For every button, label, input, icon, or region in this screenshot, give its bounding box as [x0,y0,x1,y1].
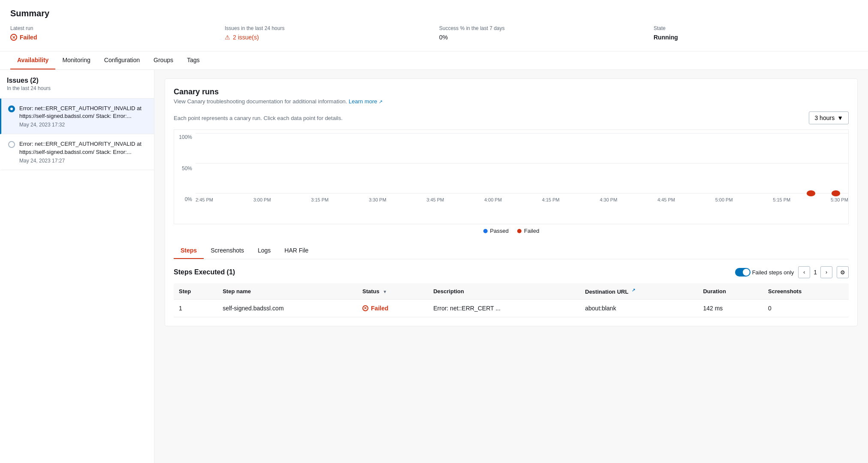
failed-icon: ✕ [10,34,17,41]
state-value: Running [654,34,858,41]
cell-step: 1 [174,300,217,317]
failed-text: Failed [20,34,37,41]
summary-grid: Latest run ✕ Failed Issues in the last 2… [10,25,858,44]
cell-description: Error: net::ERR_CERT ... [428,300,580,317]
x-label-11: 5:30 PM [831,197,848,202]
issue-item-2[interactable]: Error: net::ERR_CERT_AUTHORITY_INVALID a… [0,134,154,170]
legend-passed: Passed [483,228,509,234]
time-selector-button[interactable]: 3 hours ▼ [809,111,849,124]
passed-dot [483,229,488,233]
steps-tabs: Steps Screenshots Logs HAR File [174,243,849,259]
cell-destination-url: about:blank [580,300,698,317]
summary-issues: Issues in the last 24 hours ⚠ 2 issue(s) [214,25,429,44]
x-label-1: 3:00 PM [253,197,271,202]
main-layout: Issues (2) In the last 24 hours Error: n… [0,70,868,463]
status-text: Failed [371,305,388,312]
legend-failed-label: Failed [524,228,539,234]
legend-passed-label: Passed [490,228,509,234]
issue-item-1[interactable]: Error: net::ERR_CERT_AUTHORITY_INVALID a… [0,99,154,134]
chart-controls: Each point represents a canary run. Clic… [174,111,849,124]
external-link-icon: ↗ [379,99,383,104]
learn-more-link[interactable]: Learn more [349,98,377,105]
tab-tags[interactable]: Tags [180,51,207,69]
x-label-3: 3:30 PM [369,197,386,202]
col-status: Status ▼ [357,283,428,300]
y-label-50: 50% [182,165,192,171]
data-point-failed-2[interactable] [832,190,840,196]
col-destination-url: Destination URL ↗ [580,283,698,300]
x-label-4: 3:45 PM [427,197,444,202]
sidebar-title: Issues (2) [7,77,147,84]
tab-monitoring[interactable]: Monitoring [55,51,97,69]
x-label-2: 3:15 PM [311,197,329,202]
destination-url-ext-icon: ↗ [632,288,635,292]
sidebar-subtitle: In the last 24 hours [7,85,147,91]
success-label: Success % in the last 7 days [439,25,643,31]
steps-table: Step Step name Status ▼ Description Dest… [174,283,849,317]
chart-legend: Passed Failed [174,228,849,234]
y-label-100: 100% [179,134,192,140]
steps-tab-har[interactable]: HAR File [277,243,315,259]
sidebar: Issues (2) In the last 24 hours Error: n… [0,70,154,463]
status-failed-icon: ✕ [362,305,368,311]
issue-text-2: Error: net::ERR_CERT_AUTHORITY_INVALID a… [19,140,147,163]
steps-tab-steps[interactable]: Steps [174,243,204,259]
steps-tab-screenshots[interactable]: Screenshots [204,243,251,259]
failed-steps-toggle[interactable]: Failed steps only [735,268,794,277]
settings-button[interactable]: ⚙ [837,266,849,278]
next-page-button[interactable]: › [820,266,832,278]
x-label-0: 2:45 PM [196,197,213,202]
col-screenshots: Screenshots [763,283,849,300]
steps-title: Steps Executed (1) [174,268,235,276]
tab-configuration[interactable]: Configuration [97,51,147,69]
x-label-7: 4:30 PM [600,197,617,202]
chart-container: 100% 50% 0% [174,129,849,224]
col-step: Step [174,283,217,300]
latest-run-value: ✕ Failed [10,34,214,41]
radio-empty [8,141,15,148]
toggle-switch[interactable] [735,268,750,277]
x-label-9: 5:00 PM [715,197,733,202]
summary-latest-run: Latest run ✕ Failed [10,25,214,44]
summary-section: Summary Latest run ✕ Failed Issues in th… [0,0,868,51]
latest-run-label: Latest run [10,25,214,31]
page-number: 1 [812,269,819,276]
canary-runs-subtitle: View Canary troubleshooting documentatio… [174,98,849,105]
steps-header: Steps Executed (1) Failed steps only ‹ 1… [174,266,849,278]
pagination: ‹ 1 › [798,266,832,278]
summary-title: Summary [10,9,858,18]
dropdown-arrow-icon: ▼ [837,114,843,121]
x-label-10: 5:15 PM [773,197,790,202]
warning-icon: ⚠ [225,34,230,41]
cell-duration: 142 ms [698,300,763,317]
col-description: Description [428,283,580,300]
issue-date-2: May 24, 2023 17:27 [19,158,147,164]
data-point-failed-1[interactable] [807,190,815,196]
y-label-0: 0% [185,196,192,202]
col-duration: Duration [698,283,763,300]
issue-error-1: Error: net::ERR_CERT_AUTHORITY_INVALID a… [19,105,147,120]
success-value: 0% [439,34,643,41]
page: Summary Latest run ✕ Failed Issues in th… [0,0,868,463]
x-label-8: 4:45 PM [657,197,675,202]
issue-date-1: May 24, 2023 17:32 [19,122,147,128]
steps-tab-logs[interactable]: Logs [251,243,277,259]
issues-value: ⚠ 2 issue(s) [225,34,429,41]
summary-success: Success % in the last 7 days 0% [429,25,643,44]
cell-screenshots: 0 [763,300,849,317]
radio-selected [8,105,15,112]
tab-groups[interactable]: Groups [147,51,180,69]
issues-text: 2 issue(s) [233,34,259,41]
content-area: Canary runs View Canary troubleshooting … [154,70,868,463]
table-row: 1 self-signed.badssl.com ✕ Failed Error:… [174,300,849,317]
sidebar-header: Issues (2) In the last 24 hours [0,70,154,99]
time-selector-label: 3 hours [814,114,835,121]
tab-availability[interactable]: Availability [10,51,55,69]
sort-icon[interactable]: ▼ [383,289,387,294]
prev-page-button[interactable]: ‹ [798,266,810,278]
issues-label: Issues in the last 24 hours [225,25,429,31]
steps-controls: Failed steps only ‹ 1 › ⚙ [735,266,849,278]
canary-runs-title: Canary runs [174,87,849,96]
cell-status: ✕ Failed [357,300,428,317]
table-header-row: Step Step name Status ▼ Description Dest… [174,283,849,300]
